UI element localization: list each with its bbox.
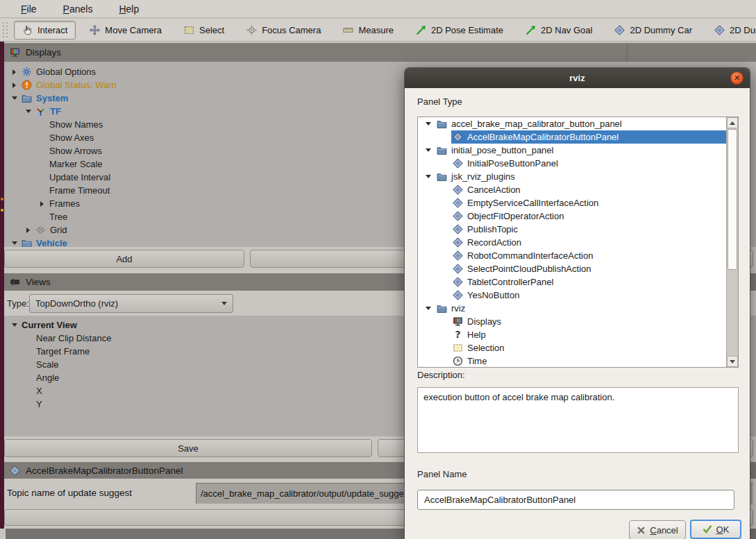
tree-item-label: Frame Timeout [49, 185, 110, 196]
expander-open-icon[interactable] [10, 239, 19, 247]
expander-open-icon[interactable] [423, 119, 432, 128]
select-box-icon [184, 25, 194, 35]
tree-item-label: Show Arrows [49, 146, 102, 156]
panel-type-item[interactable]: TabletControllerPanel [418, 275, 738, 289]
panel-type-item[interactable]: Time [418, 354, 738, 368]
expander-open-icon[interactable] [423, 172, 432, 181]
tool-move-camera-button[interactable]: Move Camera [81, 21, 170, 40]
add-button[interactable]: Add [4, 250, 244, 268]
toolbar-drag-handle[interactable] [3, 22, 10, 37]
panel-type-item[interactable]: CancelAction [418, 183, 738, 196]
scrollbar-thumb[interactable] [728, 129, 737, 270]
expander-closed-icon[interactable] [10, 67, 19, 76]
panel-type-item[interactable]: EmptyServiceCallInterfaceAction [418, 196, 738, 209]
desktop-dot [1, 198, 3, 200]
tree-item-label: Grid [50, 225, 67, 235]
tool-focus-camera-button[interactable]: Focus Camera [238, 21, 329, 40]
description-text: execution button of accel brake map cali… [423, 392, 614, 402]
ok-label: OK [716, 524, 730, 535]
expander-spacer [37, 186, 47, 195]
tree-item-label: Tree [49, 212, 67, 222]
panel-type-item-content: CancelAction [451, 183, 738, 196]
view-type-dropdown[interactable]: TopDownOrtho (rviz) [29, 294, 233, 313]
panel-type-item[interactable]: accel_brake_map_calibrator_button_panel [418, 117, 738, 130]
panel-type-item-label: initial_pose_button_panel [451, 145, 553, 155]
tool-select-button[interactable]: Select [176, 21, 233, 40]
expander-open-icon[interactable] [10, 94, 19, 103]
type-label: Type: [7, 298, 29, 309]
green-arrow-icon [416, 25, 426, 35]
diamond-icon [453, 211, 463, 221]
tool-measure-button[interactable]: Measure [335, 21, 402, 40]
close-button[interactable]: ✕ [730, 71, 744, 85]
tool-label: 2D Pose Estimate [431, 25, 503, 35]
scroll-up-icon[interactable] [727, 117, 738, 128]
expander-open-icon[interactable] [423, 304, 432, 313]
panel-type-item[interactable]: ObjectFitOperatorAction [418, 209, 738, 223]
expander-open-icon[interactable] [24, 107, 33, 116]
panel-type-item-label: Displays [467, 316, 501, 327]
folder-icon [437, 119, 447, 129]
panel-type-item-label: EmptyServiceCallInterfaceAction [467, 198, 598, 208]
expander-closed-icon[interactable] [24, 225, 33, 234]
panel-type-item[interactable]: initial_pose_button_panel [418, 144, 738, 157]
panel-type-item[interactable]: YesNoButton [418, 289, 738, 302]
chevron-down-icon [221, 302, 227, 305]
save-button[interactable]: Save [4, 439, 372, 457]
tool-2d-nav-goal-button[interactable]: 2D Nav Goal [517, 21, 600, 40]
menu-panels[interactable]: Panels [63, 3, 93, 15]
expander-open-icon[interactable] [423, 146, 432, 155]
tree-item-label: Global Options [36, 67, 96, 77]
panel-type-item[interactable]: RecordAction [418, 236, 738, 249]
panel-type-item-content: InitialPoseButtonPanel [451, 157, 738, 170]
panel-type-item[interactable]: PublishTopic [418, 223, 738, 236]
tool-2d-pose-estimate-button[interactable]: 2D Pose Estimate [408, 21, 512, 40]
panel-type-item[interactable]: AccelBrakeMapCalibratorButtonPanel [418, 130, 738, 144]
description-label: Description: [417, 370, 465, 380]
diamond-icon [714, 25, 725, 35]
crosshair-icon [246, 25, 257, 35]
dialog-titlebar[interactable]: rviz ✕ [405, 68, 750, 88]
panel-type-item-label: RecordAction [467, 237, 521, 248]
tool-interact-button[interactable]: Interact [14, 21, 76, 40]
panel-type-item[interactable]: ?Help [418, 328, 738, 341]
panel-type-item[interactable]: SelectPointCloudPublishAction [418, 262, 738, 275]
dialog-title: rviz [569, 73, 585, 83]
tool-2d-dummy-car-button[interactable]: 2D Dummy Car [606, 21, 700, 40]
tree-item-label: System [36, 93, 68, 103]
panel-type-item-label: PublishTopic [467, 224, 518, 234]
expander-open-icon[interactable] [10, 320, 19, 330]
ok-button[interactable]: OK [690, 520, 741, 539]
diamond-icon [453, 290, 463, 300]
expander-closed-icon[interactable] [37, 199, 47, 208]
panel-type-item-content: Displays [451, 315, 738, 328]
panel-type-item-label: TabletControllerPanel [467, 277, 553, 287]
move-icon [90, 25, 100, 35]
topic-value: /accel_brake_map_calibrator/output/updat… [201, 488, 408, 499]
tool-2d-dummy-pedestrian-button[interactable]: 2D Dummy Pedestrian [706, 21, 756, 40]
panel-type-item[interactable]: Selection [418, 341, 738, 354]
panel-type-item[interactable]: InitialPoseButtonPanel [418, 157, 738, 170]
diamond-icon [453, 185, 463, 195]
cancel-button[interactable]: Cancel [629, 520, 686, 539]
folder-icon [437, 145, 447, 155]
scroll-down-icon[interactable] [727, 356, 738, 367]
expander-closed-icon[interactable] [10, 80, 19, 89]
panel-type-item-content: RobotCommandInterfaceAction [451, 249, 738, 262]
expander-spacer [37, 133, 47, 142]
expander-spacer [37, 146, 47, 155]
panel-type-item[interactable]: rviz [418, 302, 738, 315]
panel-name-input[interactable] [417, 490, 734, 510]
scrollbar[interactable] [726, 117, 738, 367]
diamond-icon [614, 25, 625, 35]
panel-type-item-label: ObjectFitOperatorAction [467, 211, 564, 221]
menu-file[interactable]: File [21, 3, 37, 15]
panel-type-item[interactable]: jsk_rviz_plugins [418, 170, 738, 183]
panel-type-item-label: Selection [467, 343, 504, 353]
panel-type-item-content: EmptyServiceCallInterfaceAction [451, 196, 738, 209]
panel-type-item[interactable]: Displays [418, 315, 738, 328]
menu-help[interactable]: Help [119, 3, 139, 15]
description-box: execution button of accel brake map cali… [417, 387, 739, 453]
panel-type-item[interactable]: RobotCommandInterfaceAction [418, 249, 738, 262]
panel-type-item-content: SelectPointCloudPublishAction [451, 262, 738, 275]
